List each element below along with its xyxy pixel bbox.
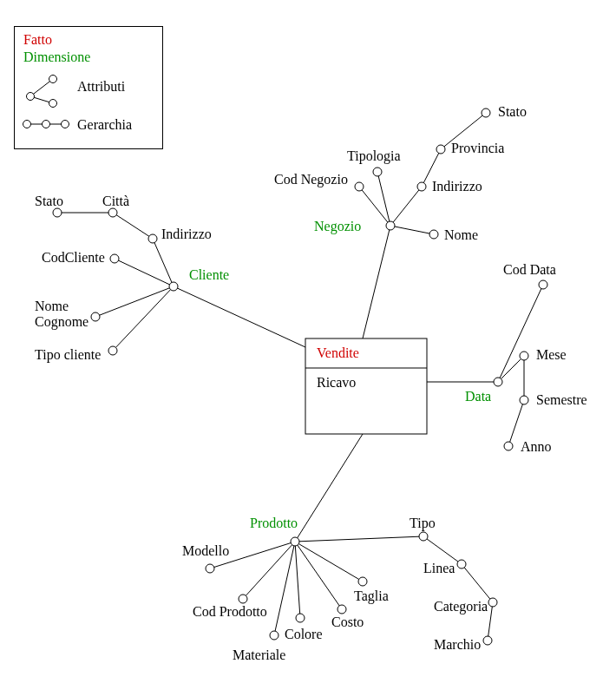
svg-point-36 [429, 230, 438, 239]
svg-line-16 [113, 213, 153, 239]
svg-point-3 [49, 76, 57, 83]
data-mese: Mese [536, 347, 567, 362]
svg-point-61 [206, 564, 214, 573]
cliente-tipo: Tipo cliente [35, 347, 101, 363]
prodotto-costo: Costo [331, 614, 364, 629]
prodotto-categoria: Categoria [434, 599, 488, 614]
svg-point-6 [23, 121, 31, 128]
negozio-label: Negozio [314, 219, 361, 234]
svg-point-35 [417, 182, 426, 191]
svg-point-47 [520, 396, 528, 404]
svg-point-44 [494, 378, 502, 386]
svg-point-60 [291, 537, 299, 546]
svg-point-63 [270, 631, 279, 640]
svg-point-34 [373, 168, 382, 176]
svg-point-23 [108, 208, 117, 217]
prodotto-marchio: Marchio [434, 637, 481, 652]
negozio-tipologia: Tipologia [347, 148, 401, 164]
prodotto-colore: Colore [285, 627, 323, 641]
svg-point-4 [49, 100, 57, 108]
svg-line-28 [390, 187, 422, 226]
legend-box: Fatto Dimensione Attributi Gerarchia [14, 26, 163, 149]
negozio-indirizzo: Indirizzo [432, 179, 482, 194]
dimension-negozio: Negozio Cod Negozio Tipologia Indirizzo … [274, 104, 527, 338]
svg-line-25 [363, 226, 390, 338]
negozio-stato: Stato [498, 104, 527, 119]
svg-point-20 [91, 312, 100, 321]
svg-line-15 [153, 239, 174, 286]
svg-line-59 [488, 602, 493, 641]
negozio-nome: Nome [444, 227, 478, 242]
svg-line-11 [174, 286, 305, 347]
prodotto-tipo: Tipo [410, 516, 436, 531]
cliente-citta: Città [102, 194, 129, 208]
data-anno: Anno [521, 439, 552, 454]
svg-point-33 [355, 182, 364, 191]
svg-point-24 [53, 208, 62, 217]
fact-measure: Ricavo [317, 375, 356, 390]
svg-point-32 [386, 221, 395, 230]
prodotto-linea: Linea [423, 561, 455, 575]
svg-point-46 [520, 352, 528, 360]
legend-icons [15, 27, 162, 148]
svg-point-62 [239, 595, 247, 603]
svg-point-8 [62, 121, 69, 128]
svg-point-48 [504, 442, 513, 450]
dimension-prodotto: Prodotto Modello Cod Prodotto Materiale … [182, 434, 497, 662]
svg-point-21 [110, 254, 119, 263]
svg-line-55 [295, 542, 363, 582]
cliente-nome-l2: Cognome [35, 314, 88, 330]
prodotto-modello: Modello [182, 543, 229, 558]
svg-line-54 [295, 542, 342, 609]
prodotto-materiale: Materiale [233, 647, 285, 662]
svg-point-2 [27, 93, 35, 101]
svg-line-52 [274, 542, 295, 635]
svg-point-66 [358, 577, 367, 586]
cliente-nome-l1: Nome [35, 299, 69, 313]
dimension-cliente: Cliente Indirizzo Città Stato CodCliente… [35, 194, 305, 363]
prodotto-label: Prodotto [250, 516, 298, 530]
svg-point-70 [483, 636, 492, 645]
cliente-stato: Stato [35, 194, 63, 208]
svg-point-38 [482, 108, 490, 117]
svg-point-45 [539, 280, 547, 289]
svg-point-7 [43, 121, 50, 128]
svg-point-22 [148, 234, 157, 243]
negozio-cod: Cod Negozio [274, 172, 348, 187]
cliente-indirizzo: Indirizzo [161, 227, 212, 241]
svg-point-19 [108, 346, 117, 355]
svg-point-18 [169, 282, 178, 291]
svg-line-29 [390, 226, 434, 234]
svg-point-68 [457, 560, 466, 568]
svg-point-64 [296, 614, 305, 622]
negozio-provincia: Provincia [451, 141, 504, 155]
svg-line-14 [115, 259, 174, 286]
svg-line-56 [295, 536, 423, 542]
cliente-label: Cliente [189, 267, 229, 282]
svg-line-12 [113, 286, 174, 351]
svg-point-69 [488, 598, 497, 607]
svg-line-40 [498, 285, 543, 382]
prodotto-taglia: Taglia [354, 588, 389, 604]
fact-box: Vendite Ricavo [305, 338, 427, 434]
svg-line-58 [462, 564, 493, 602]
svg-point-67 [419, 532, 428, 541]
svg-line-53 [295, 542, 300, 618]
svg-line-13 [95, 286, 174, 317]
dimension-data: Data Cod Data Mese Semestre Anno [427, 262, 587, 454]
svg-point-65 [337, 605, 346, 614]
prodotto-cod: Cod Prodotto [193, 604, 267, 619]
cliente-codcliente: CodCliente [42, 250, 105, 265]
data-semestre: Semestre [536, 392, 587, 407]
svg-line-41 [498, 356, 524, 382]
data-cod: Cod Data [503, 262, 556, 277]
fact-name: Vendite [317, 345, 359, 360]
svg-point-37 [436, 145, 445, 154]
svg-line-49 [295, 434, 363, 542]
data-label: Data [465, 389, 491, 404]
